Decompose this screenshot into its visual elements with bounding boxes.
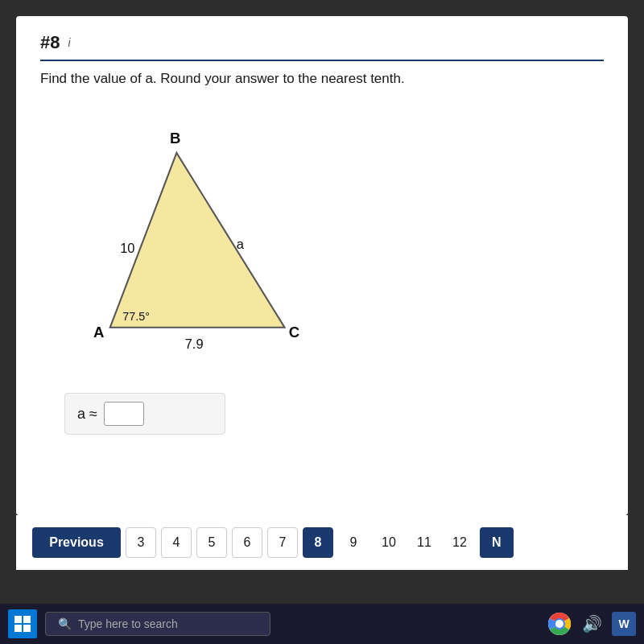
- nav-page-8[interactable]: 8: [303, 527, 333, 558]
- volume-icon[interactable]: 🔊: [580, 612, 604, 636]
- start-button[interactable]: [8, 609, 37, 638]
- svg-text:a: a: [237, 237, 245, 251]
- svg-rect-8: [14, 616, 22, 623]
- svg-point-14: [555, 620, 564, 628]
- navigation-bar: Previous 3 4 5 6 7 8 9 10 11 12 N: [16, 515, 628, 570]
- windows-icon: [14, 616, 31, 632]
- svg-text:C: C: [289, 324, 299, 341]
- svg-rect-10: [14, 625, 22, 632]
- svg-text:A: A: [93, 324, 104, 341]
- triangle-svg: A B C 10 a 7.9 77.5°: [64, 103, 322, 361]
- search-text: Type here to search: [78, 617, 178, 630]
- nav-page-10[interactable]: 10: [374, 527, 404, 558]
- answer-input[interactable]: [104, 402, 144, 426]
- search-icon: 🔍: [58, 617, 72, 630]
- taskbar-icons: 🔊 W: [547, 612, 636, 636]
- info-icon: i: [68, 36, 70, 49]
- answer-label: a ≈: [77, 406, 97, 423]
- svg-text:7.9: 7.9: [185, 336, 204, 351]
- nav-page-6[interactable]: 6: [232, 527, 262, 558]
- svg-text:77.5°: 77.5°: [122, 310, 150, 323]
- nav-page-9[interactable]: 9: [338, 527, 369, 558]
- nav-page-4[interactable]: 4: [161, 527, 192, 558]
- nav-page-11[interactable]: 11: [409, 527, 440, 558]
- svg-text:B: B: [170, 130, 180, 147]
- svg-rect-11: [23, 625, 31, 632]
- nav-page-3[interactable]: 3: [126, 527, 156, 558]
- triangle-diagram: A B C 10 a 7.9 77.5°: [64, 103, 322, 377]
- nav-page-5[interactable]: 5: [196, 527, 227, 558]
- svg-marker-0: [110, 153, 285, 328]
- question-header: #8 i: [40, 32, 604, 61]
- next-button[interactable]: N: [480, 527, 514, 558]
- word-icon[interactable]: W: [612, 612, 636, 636]
- question-text: Find the value of a. Round your answer t…: [40, 71, 604, 87]
- svg-text:10: 10: [120, 241, 134, 255]
- previous-button[interactable]: Previous: [32, 527, 121, 558]
- chrome-icon[interactable]: [547, 612, 572, 636]
- nav-page-12[interactable]: 12: [444, 527, 475, 558]
- nav-page-7[interactable]: 7: [267, 527, 298, 558]
- taskbar: 🔍 Type here to search 🔊 W: [0, 604, 644, 644]
- search-bar[interactable]: 🔍 Type here to search: [45, 612, 270, 636]
- main-content: #8 i Find the value of a. Round your ans…: [16, 16, 628, 515]
- question-number: #8: [40, 32, 60, 53]
- svg-rect-9: [23, 616, 31, 623]
- answer-section: a ≈: [64, 393, 225, 435]
